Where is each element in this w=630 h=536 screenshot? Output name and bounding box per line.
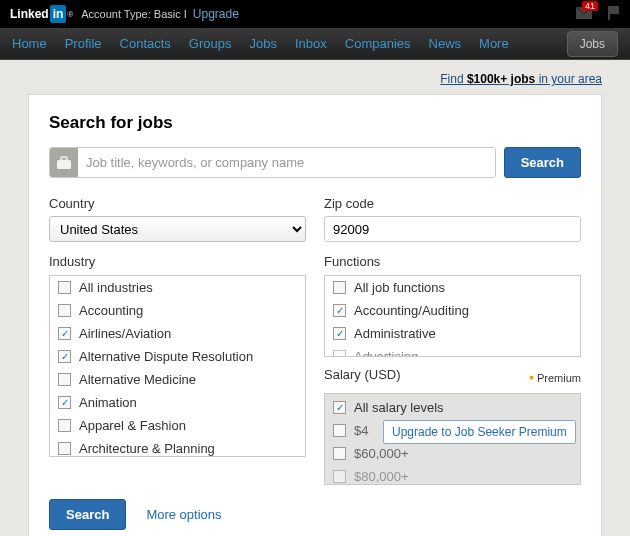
nav-news[interactable]: News — [429, 36, 462, 51]
checkbox[interactable] — [58, 304, 71, 317]
search-input-wrap — [49, 147, 496, 178]
zip-input[interactable] — [324, 216, 581, 242]
logo-text-linked: Linked — [10, 7, 49, 21]
list-item: ✓Accounting/Auditing — [325, 299, 580, 322]
checkbox[interactable] — [333, 350, 346, 357]
checkbox[interactable] — [333, 281, 346, 294]
logo-text-in: in — [50, 5, 67, 23]
premium-tooltip[interactable]: Upgrade to Job Seeker Premium — [383, 420, 576, 444]
briefcase-icon — [50, 148, 78, 177]
svg-rect-1 — [608, 6, 610, 20]
functions-listbox[interactable]: All job functions ✓Accounting/Auditing ✓… — [324, 275, 581, 357]
list-item: Accounting — [50, 299, 305, 322]
search-card: Search for jobs Search Country United St… — [28, 94, 602, 536]
functions-label: Functions — [324, 254, 581, 269]
checkbox[interactable]: ✓ — [333, 401, 346, 414]
nav-profile[interactable]: Profile — [65, 36, 102, 51]
list-item: All job functions — [325, 276, 580, 299]
messages-icon[interactable]: 41 — [576, 7, 592, 22]
linkedin-logo[interactable]: Linkedin® — [10, 5, 73, 23]
industry-label: Industry — [49, 254, 306, 269]
list-item: Alternative Medicine — [50, 368, 305, 391]
premium-tag: ▪ Premium — [529, 369, 581, 385]
country-label: Country — [49, 196, 306, 211]
checkbox[interactable] — [58, 281, 71, 294]
list-item: Architecture & Planning — [50, 437, 305, 457]
page-title: Search for jobs — [49, 113, 581, 133]
premium-dot-icon: ▪ — [529, 369, 534, 385]
salary-listbox[interactable]: ✓All salary levels $4 $60,000+ $80,000+ … — [324, 393, 581, 485]
nav-groups[interactable]: Groups — [189, 36, 232, 51]
nav-jobs[interactable]: Jobs — [250, 36, 277, 51]
more-options-link[interactable]: More options — [146, 507, 221, 522]
main-nav: Home Profile Contacts Groups Jobs Inbox … — [0, 28, 630, 60]
search-input[interactable] — [78, 148, 495, 177]
zip-label: Zip code — [324, 196, 581, 211]
topbar: Linkedin® Account Type: Basic I Upgrade … — [0, 0, 630, 28]
notification-badge: 41 — [582, 1, 598, 11]
search-button-top[interactable]: Search — [504, 147, 581, 178]
checkbox[interactable] — [58, 419, 71, 432]
checkbox[interactable]: ✓ — [58, 396, 71, 409]
checkbox[interactable]: ✓ — [58, 327, 71, 340]
nav-more[interactable]: More — [479, 36, 509, 51]
search-row: Search — [49, 147, 581, 178]
country-select[interactable]: United States — [49, 216, 306, 242]
checkbox[interactable] — [58, 442, 71, 455]
promo-banner: Find $100k+ jobs in your area — [0, 60, 630, 94]
list-item: ✓Animation — [50, 391, 305, 414]
list-item: ✓Airlines/Aviation — [50, 322, 305, 345]
svg-rect-3 — [57, 160, 71, 169]
nav-inbox[interactable]: Inbox — [295, 36, 327, 51]
salary-label: Salary (USD) — [324, 367, 401, 382]
svg-rect-2 — [610, 6, 619, 14]
checkbox[interactable]: ✓ — [333, 304, 346, 317]
list-item: ✓Administrative — [325, 322, 580, 345]
bottom-row: Search More options — [49, 485, 581, 536]
list-item: $60,000+ — [325, 442, 580, 465]
list-item: Advertising — [325, 345, 580, 357]
checkbox[interactable]: ✓ — [333, 327, 346, 340]
checkbox[interactable] — [333, 470, 346, 483]
nav-contacts[interactable]: Contacts — [120, 36, 171, 51]
checkbox[interactable] — [333, 424, 346, 437]
checkbox[interactable] — [333, 447, 346, 460]
industry-listbox[interactable]: All industries Accounting ✓Airlines/Avia… — [49, 275, 306, 457]
svg-rect-4 — [61, 157, 67, 161]
list-item: ✓All salary levels — [325, 396, 580, 419]
list-item: Apparel & Fashion — [50, 414, 305, 437]
upgrade-link[interactable]: Upgrade — [193, 7, 239, 21]
list-item: ✓Alternative Dispute Resolution — [50, 345, 305, 368]
nav-home[interactable]: Home — [12, 36, 47, 51]
checkbox[interactable]: ✓ — [58, 350, 71, 363]
active-tab-jobs[interactable]: Jobs — [567, 31, 618, 57]
list-item: $80,000+ — [325, 465, 580, 485]
account-type-label: Account Type: Basic I — [81, 8, 187, 20]
nav-companies[interactable]: Companies — [345, 36, 411, 51]
promo-link[interactable]: Find $100k+ jobs in your area — [440, 72, 602, 86]
checkbox[interactable] — [58, 373, 71, 386]
search-button-bottom[interactable]: Search — [49, 499, 126, 530]
flag-icon[interactable] — [608, 6, 620, 23]
list-item: All industries — [50, 276, 305, 299]
